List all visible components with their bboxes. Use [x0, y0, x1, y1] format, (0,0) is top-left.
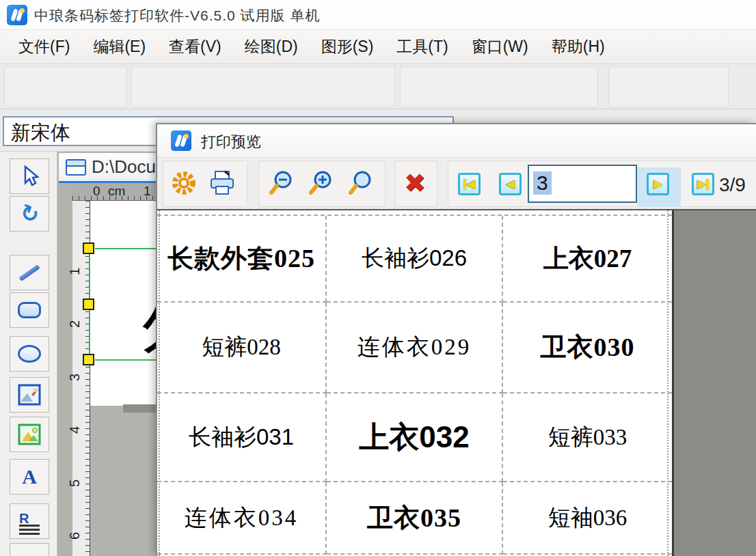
app-logo-icon — [7, 5, 27, 25]
label-text: 连体衣029 — [357, 332, 472, 363]
rich-text-icon: R — [19, 516, 40, 527]
preview-zoom-button[interactable] — [346, 169, 375, 197]
preview-close-button[interactable]: ✖ — [401, 169, 429, 197]
last-page-button[interactable]: ▶ — [692, 173, 714, 195]
document-icon — [66, 159, 86, 176]
label-text: 长袖衫031 — [189, 422, 294, 453]
resize-handle-bottom[interactable] — [83, 354, 94, 365]
barcode-tool-button[interactable] — [10, 543, 49, 556]
first-page-button[interactable]: ◀ — [458, 173, 481, 195]
image-tool-button[interactable] — [10, 417, 49, 452]
resize-handle-top[interactable] — [83, 242, 94, 254]
previous-page-button[interactable]: ◀ — [499, 173, 522, 195]
text-tool-button[interactable]: A — [10, 459, 49, 495]
last-page-icon: ▶ — [697, 178, 706, 190]
toolbar-group-zoom — [608, 66, 729, 107]
toolbar-group-edit — [400, 66, 598, 107]
v-ruler-5: 5 — [67, 479, 83, 487]
page-number-value: 3 — [533, 171, 552, 195]
label-cell: 短裤033 — [503, 393, 672, 482]
h-ruler-unit: cm — [108, 184, 125, 199]
text-tool-icon: A — [22, 465, 37, 488]
clipped-canvas-text: 外 — [142, 278, 156, 360]
rounded-rect-icon — [18, 302, 41, 318]
label-text: 长袖衫026 — [362, 243, 467, 274]
title-bar: 中琅条码标签打印软件-V6.5.0 试用版 单机 — [0, 0, 756, 30]
next-page-icon: ▶ — [653, 178, 662, 190]
preview-zoom-out-button[interactable] — [267, 169, 295, 197]
label-text: 上衣032 — [359, 417, 469, 458]
menu-edit[interactable]: 编辑(E) — [81, 32, 157, 61]
dialog-title-bar[interactable]: 打印预览 — [157, 124, 756, 157]
v-ruler-2: 2 — [67, 320, 83, 328]
page-indicator: 3/9 — [719, 174, 746, 196]
label-cell: 上衣032 — [327, 393, 503, 482]
label-text: 短裤028 — [202, 332, 281, 363]
dialog-app-icon — [171, 130, 191, 151]
next-page-button[interactable]: ▶ — [647, 173, 669, 195]
previous-page-icon: ◀ — [506, 178, 515, 190]
dialog-title: 打印预览 — [201, 132, 261, 152]
label-text: 卫衣030 — [541, 330, 635, 365]
v-ruler-6: 6 — [67, 532, 83, 540]
image-icon — [18, 423, 41, 445]
document-tab-label: D:\Docu — [92, 156, 156, 178]
print-preview-dialog: 打印预览 ✖ — [156, 123, 756, 556]
label-grid: 长款外套025 长袖衫026 上衣027 短裤028 连体衣029 卫衣030 … — [157, 214, 672, 555]
cursor-icon — [19, 165, 40, 187]
line-icon — [18, 264, 40, 281]
application-window: 中琅条码标签打印软件-V6.5.0 试用版 单机 文件(F) 编辑(E) 查看(… — [0, 0, 756, 556]
menu-draw[interactable]: 绘图(D) — [233, 32, 310, 61]
label-cell: 上衣027 — [503, 216, 672, 303]
rotate-icon: ↻ — [16, 199, 42, 230]
label-text: 连体衣034 — [185, 503, 299, 533]
first-page-icon: ◀ — [466, 178, 475, 190]
picture-icon — [18, 384, 41, 406]
label-cell: 连体衣034 — [157, 482, 327, 555]
rotate-tool-button[interactable]: ↻ — [10, 196, 49, 232]
line-tool-button[interactable] — [10, 255, 49, 290]
ellipse-tool-button[interactable] — [10, 336, 49, 372]
label-cell: 短裤028 — [157, 303, 327, 393]
label-text: 短裤033 — [548, 422, 627, 453]
tool-panel: ↻ A R — [0, 152, 57, 556]
menu-view[interactable]: 查看(V) — [157, 32, 233, 61]
menu-window[interactable]: 窗口(W) — [460, 32, 540, 61]
preview-print-button[interactable] — [208, 169, 237, 197]
menu-file[interactable]: 文件(F) — [7, 32, 81, 61]
label-cell: 长袖衫026 — [327, 216, 503, 303]
preview-content: 长款外套025 长袖衫026 上衣027 短裤028 连体衣029 卫衣030 … — [157, 209, 756, 556]
menu-bar: 文件(F) 编辑(E) 查看(V) 绘图(D) 图形(S) 工具(T) 窗口(W… — [0, 30, 756, 64]
select-tool-button[interactable] — [10, 158, 49, 194]
page-number-input[interactable]: 3 — [528, 165, 637, 203]
ellipse-icon — [18, 345, 41, 363]
label-text: 短袖036 — [548, 503, 627, 533]
menu-shapes[interactable]: 图形(S) — [310, 32, 386, 61]
preview-settings-button[interactable] — [170, 169, 198, 197]
label-text: 卫衣035 — [367, 501, 461, 536]
label-text: 上衣027 — [543, 242, 632, 276]
vertical-ruler: 1 2 3 4 5 6 — [72, 201, 90, 556]
resize-handle-middle[interactable] — [83, 298, 94, 310]
menu-tools[interactable]: 工具(T) — [385, 32, 459, 61]
label-cell: 短袖036 — [503, 482, 672, 555]
document-tab[interactable]: D:\Docu — [59, 153, 168, 183]
label-cell: 卫衣035 — [327, 482, 503, 555]
preview-zoom-in-button[interactable] — [306, 169, 335, 197]
label-page: 长款外套025 长袖衫026 上衣027 短裤028 连体衣029 卫衣030 … — [157, 210, 672, 556]
label-cell: 卫衣030 — [503, 303, 672, 393]
picture-tool-button[interactable] — [10, 377, 49, 413]
close-x-icon: ✖ — [404, 168, 426, 198]
label-cell: 连体衣029 — [327, 303, 503, 393]
h-ruler-0: 0 — [93, 184, 100, 199]
rounded-rect-tool-button[interactable] — [10, 292, 49, 328]
h-ruler-1: 1 — [144, 184, 151, 199]
menu-help[interactable]: 帮助(H) — [540, 32, 617, 61]
label-cell: 长款外套025 — [157, 216, 327, 303]
toolbar-group-file — [4, 66, 127, 107]
label-text: 长款外套025 — [167, 241, 315, 276]
v-ruler-4: 4 — [67, 426, 83, 434]
v-ruler-3: 3 — [67, 374, 83, 381]
rich-text-tool-button[interactable]: R — [10, 503, 49, 539]
toolbar-group-print — [131, 66, 395, 107]
